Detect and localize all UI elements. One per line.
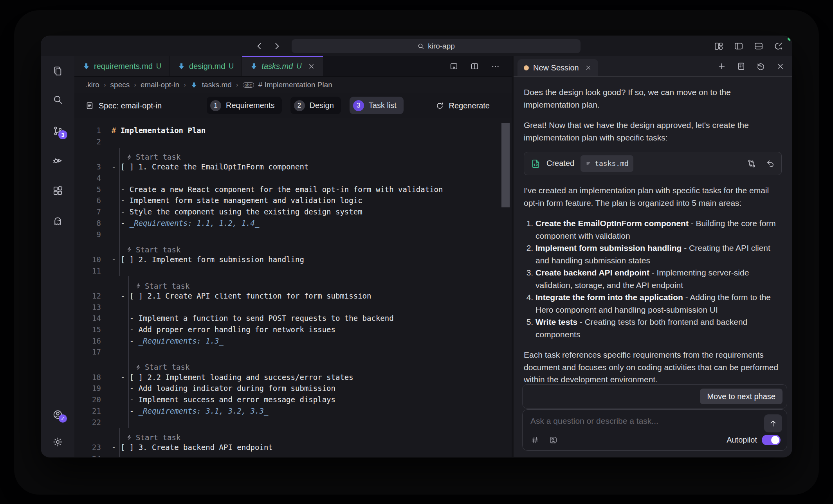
line-number: 20 bbox=[74, 395, 101, 404]
code-line: 21 - _Requirements: 3.1, 3.2, 3.3_ bbox=[74, 405, 512, 417]
extensions-icon[interactable] bbox=[52, 185, 63, 196]
nav-forward-icon[interactable] bbox=[272, 41, 282, 51]
chevron-right-icon: › bbox=[184, 81, 186, 89]
chat-message: Great! Now that we have the design appro… bbox=[524, 119, 782, 144]
move-to-next-phase-button[interactable]: Move to next phase bbox=[700, 389, 783, 404]
line-number: 18 bbox=[74, 373, 101, 382]
settings-gear-icon[interactable] bbox=[52, 437, 63, 447]
code-editor[interactable]: 1# Implementation Plan2Start task3- [ ] … bbox=[74, 118, 512, 457]
close-tab-icon[interactable] bbox=[308, 63, 315, 70]
account-icon[interactable]: ✓ bbox=[52, 409, 63, 420]
activity-bar: 3 ✓ bbox=[41, 56, 74, 457]
split-editor-icon[interactable] bbox=[470, 62, 479, 71]
scm-badge: 3 bbox=[58, 130, 67, 139]
line-number: 8 bbox=[74, 219, 101, 227]
source-control-icon[interactable]: 3 bbox=[52, 126, 63, 136]
more-actions-icon[interactable] bbox=[491, 62, 500, 71]
customize-layout-icon[interactable] bbox=[714, 41, 723, 51]
breadcrumb-file[interactable]: tasks.md bbox=[202, 81, 232, 89]
code-line: 14 - Implement a function to send POST r… bbox=[74, 313, 512, 324]
breadcrumb[interactable]: .kiro›specs›email-opt-in›tasks.md›abc# I… bbox=[74, 77, 512, 93]
phase-button-requirements[interactable]: 1Requirements bbox=[207, 97, 282, 114]
toggle-knob bbox=[771, 436, 779, 444]
close-panel-icon[interactable] bbox=[776, 62, 785, 71]
bolt-icon bbox=[126, 246, 133, 253]
context-hash-icon[interactable] bbox=[530, 436, 539, 445]
explorer-icon[interactable] bbox=[52, 66, 63, 76]
search-value: kiro-app bbox=[428, 42, 455, 50]
new-session-icon[interactable] bbox=[717, 62, 726, 71]
session-tab[interactable]: New Session bbox=[517, 59, 598, 76]
send-button[interactable] bbox=[764, 414, 782, 432]
codelens-start-task[interactable]: Start task bbox=[74, 358, 512, 372]
spec-title: Spec: email-opt-in bbox=[85, 93, 162, 118]
refresh-icon bbox=[436, 102, 444, 110]
line-number: 21 bbox=[74, 407, 101, 415]
chevron-right-icon: › bbox=[134, 81, 136, 89]
bolt-icon bbox=[126, 434, 133, 441]
toggle-panel-bottom-icon[interactable] bbox=[754, 41, 763, 51]
titlebar: kiro-app bbox=[41, 36, 792, 56]
line-number: 12 bbox=[74, 292, 101, 300]
markdown-file-icon bbox=[82, 62, 90, 70]
codelens-start-task[interactable]: Start task bbox=[74, 428, 512, 442]
codelens-start-task[interactable]: Start task bbox=[74, 147, 512, 161]
codelens-start-task[interactable]: Start task bbox=[74, 240, 512, 254]
line-number: 13 bbox=[74, 303, 101, 311]
code-line: 19 - Add loading indicator during form s… bbox=[74, 383, 512, 394]
indent-guide bbox=[119, 240, 120, 276]
editor-group: requirements.mdUdesign.mdUtasks.mdU .kir… bbox=[74, 56, 512, 457]
nav-back-icon[interactable] bbox=[254, 41, 265, 51]
code-line: 23- [ ] 3. Create backend API endpoint bbox=[74, 442, 512, 453]
code-line: 22 bbox=[74, 416, 512, 428]
spec-toolbar: Spec: email-opt-in 1Requirements2Design3… bbox=[74, 93, 512, 119]
editor-tab-tasks.md[interactable]: tasks.mdU bbox=[242, 56, 323, 76]
chat-panel: New Session Does the design look good? I… bbox=[514, 56, 792, 457]
line-number: 22 bbox=[74, 418, 101, 427]
code-line: 12 - [ ] 2.1 Create API client function … bbox=[74, 290, 512, 302]
breadcrumb-item[interactable]: specs bbox=[110, 81, 130, 89]
file-lines-icon bbox=[585, 160, 591, 167]
breadcrumb-symbol[interactable]: # Implementation Plan bbox=[258, 81, 332, 89]
code-line: 7 - Style the component using the existi… bbox=[74, 206, 512, 218]
phase-button-task-list[interactable]: 3Task list bbox=[350, 97, 404, 114]
run-debug-icon[interactable] bbox=[52, 155, 63, 166]
code-line: 24 bbox=[74, 453, 512, 457]
breadcrumb-item[interactable]: email-opt-in bbox=[141, 81, 179, 89]
open-changes-icon[interactable] bbox=[449, 62, 458, 71]
plan-list-item: Create backend API endpoint - Implementi… bbox=[536, 266, 782, 291]
bolt-icon bbox=[126, 154, 133, 160]
code-line: 1# Implementation Plan bbox=[74, 125, 512, 136]
editor-tab-design.md[interactable]: design.mdU bbox=[169, 56, 242, 76]
line-number: 5 bbox=[74, 185, 101, 194]
undo-icon[interactable] bbox=[766, 159, 775, 168]
codelens-start-task[interactable]: Start task bbox=[74, 276, 512, 290]
feedback-icon[interactable] bbox=[774, 41, 783, 51]
kiro-ghost-icon[interactable] bbox=[52, 216, 63, 226]
session-close-icon[interactable] bbox=[585, 64, 592, 71]
command-search-input[interactable]: kiro-app bbox=[292, 39, 581, 53]
autopilot-toggle[interactable] bbox=[762, 435, 781, 445]
breadcrumb-item[interactable]: .kiro bbox=[85, 81, 99, 89]
markdown-file-icon bbox=[190, 81, 198, 89]
toggle-panel-left-icon[interactable] bbox=[734, 41, 743, 51]
search-sidebar-icon[interactable] bbox=[52, 94, 63, 105]
code-line: 4 bbox=[74, 173, 512, 184]
chat-input-placeholder: Ask a question or describe a task... bbox=[530, 416, 658, 426]
chat-input[interactable]: Ask a question or describe a task... Aut… bbox=[522, 409, 787, 451]
diff-changes-icon[interactable] bbox=[747, 159, 756, 168]
line-number: 17 bbox=[74, 347, 101, 356]
phase-button-design[interactable]: 2Design bbox=[290, 97, 341, 114]
code-line: 20 - Implement success and error message… bbox=[74, 394, 512, 405]
history-icon[interactable] bbox=[756, 62, 765, 71]
attach-image-icon[interactable] bbox=[549, 436, 558, 445]
regenerate-button[interactable]: Regenerate bbox=[436, 93, 490, 118]
task-list-icon[interactable] bbox=[737, 62, 746, 71]
line-number: 10 bbox=[74, 255, 101, 264]
chat-header: New Session bbox=[514, 56, 792, 77]
created-file-chip[interactable]: tasks.md bbox=[581, 155, 633, 172]
editor-tab-requirements.md[interactable]: requirements.mdU bbox=[74, 56, 169, 76]
editor-scrollbar[interactable] bbox=[501, 123, 510, 207]
code-line: 9 bbox=[74, 229, 512, 240]
markdown-file-icon bbox=[250, 62, 258, 70]
